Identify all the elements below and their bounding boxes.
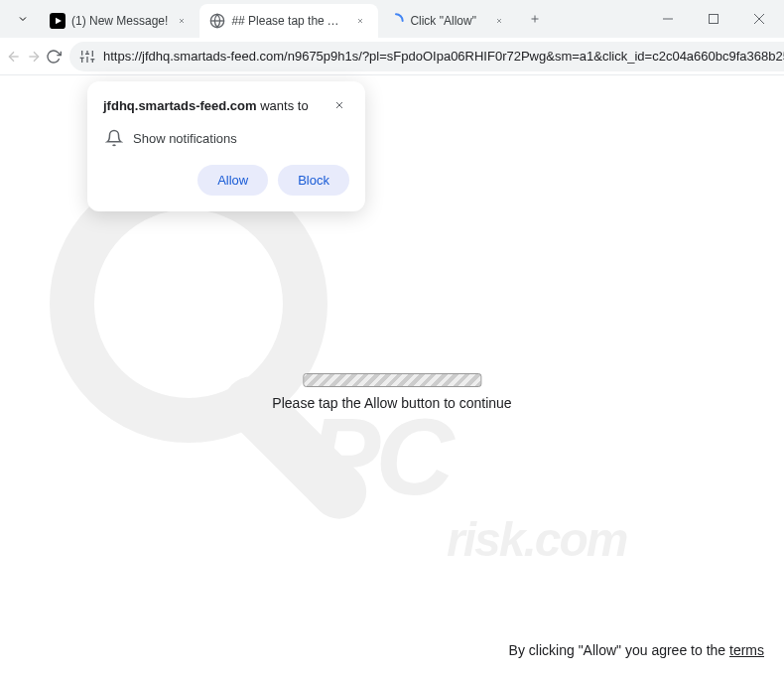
reload-button[interactable]: [46, 41, 62, 72]
close-icon: [356, 17, 364, 25]
footer-prefix: By clicking "Allow" you agree to the: [509, 642, 729, 658]
watermark-sub: risk.com: [447, 512, 626, 567]
tab-item-active[interactable]: ## Please tap the Allow button: [199, 4, 378, 38]
tab-close-button[interactable]: [352, 13, 368, 29]
new-tab-button[interactable]: [521, 5, 549, 33]
maximize-icon: [709, 14, 719, 24]
globe-icon: [209, 13, 225, 29]
block-button[interactable]: Block: [278, 165, 349, 196]
minimize-icon: [663, 14, 673, 24]
tab-item[interactable]: Click "Allow": [378, 4, 517, 38]
minimize-button[interactable]: [645, 3, 691, 35]
allow-button[interactable]: Allow: [197, 165, 268, 196]
site-settings-icon[interactable]: [79, 49, 95, 65]
loading-spinner-icon: [388, 13, 404, 29]
page-center-content: Please tap the Allow button to continue: [272, 373, 511, 411]
close-icon: [333, 99, 345, 111]
watermark-main: PC: [308, 393, 450, 519]
reload-icon: [46, 49, 62, 65]
tab-title: (1) New Message!: [71, 14, 168, 28]
prompt-permission-label: Show notifications: [133, 131, 237, 146]
address-bar[interactable]: https://jfdhq.smartads-feed.com/n9675p9h…: [69, 42, 784, 71]
forward-button[interactable]: [26, 41, 42, 72]
youtube-icon: [50, 13, 65, 29]
tab-item[interactable]: (1) New Message!: [40, 4, 199, 38]
prompt-close-button[interactable]: [333, 97, 349, 113]
bell-icon: [105, 129, 123, 147]
close-icon: [178, 17, 186, 25]
chevron-down-icon: [17, 13, 29, 25]
prompt-domain: jfdhq.smartads-feed.com: [103, 98, 257, 113]
footer-disclaimer: By clicking "Allow" you agree to the ter…: [509, 642, 764, 658]
instruction-text: Please tap the Allow button to continue: [272, 395, 511, 411]
plus-icon: [529, 13, 541, 25]
close-window-button[interactable]: [736, 3, 782, 35]
url-text: https://jfdhq.smartads-feed.com/n9675p9h…: [103, 49, 784, 64]
svg-rect-13: [710, 15, 719, 24]
page-content: PC risk.com jfdhq.smartads-feed.com want…: [0, 75, 784, 676]
maximize-button[interactable]: [691, 3, 736, 35]
tab-close-button[interactable]: [491, 13, 507, 29]
tab-title: ## Please tap the Allow button: [231, 14, 346, 28]
prompt-wants: wants to: [260, 98, 308, 113]
browser-toolbar: https://jfdhq.smartads-feed.com/n9675p9h…: [0, 38, 784, 75]
arrow-right-icon: [26, 49, 42, 65]
arrow-left-icon: [6, 49, 22, 65]
tab-search-button[interactable]: [6, 2, 40, 36]
close-icon: [495, 17, 503, 25]
tab-close-button[interactable]: [174, 13, 190, 29]
prompt-title: jfdhq.smartads-feed.com wants to: [103, 97, 309, 115]
back-button[interactable]: [6, 41, 22, 72]
window-controls: [645, 3, 782, 35]
notification-permission-prompt: jfdhq.smartads-feed.com wants to Show no…: [87, 81, 365, 211]
browser-titlebar: (1) New Message! ## Please tap the Allow…: [0, 0, 784, 38]
close-icon: [754, 14, 764, 24]
terms-link[interactable]: terms: [729, 642, 764, 658]
tab-title: Click "Allow": [410, 14, 485, 28]
fake-progress-bar: [303, 373, 481, 387]
